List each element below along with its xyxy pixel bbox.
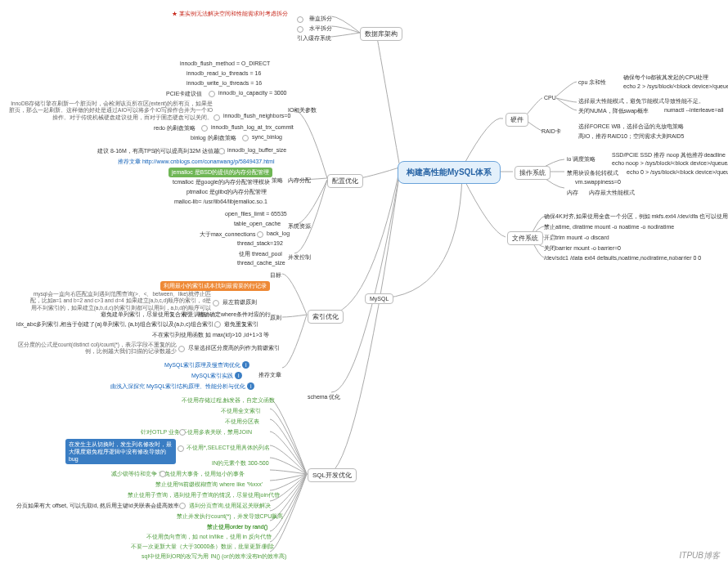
- leaf: PCIE卡建议值: [166, 90, 202, 98]
- leaf: ptmalloc 是glibc的内存分配管理: [186, 188, 267, 196]
- leaf: 选择FORCE WB，选择合适的充放电策略: [578, 123, 684, 131]
- leaf: malloc-lib= /usr/lib64/libjemalloc.so.1: [174, 199, 267, 204]
- branch-arch[interactable]: 数据库架构: [360, 27, 402, 41]
- leaf: 开启trim mount -o discard: [544, 234, 609, 242]
- leaf: innodb_write_io_threads = 16: [186, 80, 262, 86]
- leaf: 引入缓存系统: [297, 34, 331, 42]
- branch-idx[interactable]: 索引优化: [308, 310, 344, 324]
- leaf: sql中使用到OR的改写为用 IN() (or的效率没有in的效率高): [142, 552, 286, 561]
- leaf: 垂直拆分: [309, 15, 332, 23]
- leaf: thread_cache_size: [237, 260, 285, 266]
- leaf: vm.swappiness=0: [575, 179, 621, 185]
- leaf: 内存最大性能模式: [589, 189, 635, 197]
- branch-schema[interactable]: schema 优化: [308, 393, 340, 401]
- leaf: 高IO，推荐RAID10；空间需求大则RAID5: [578, 132, 685, 141]
- mem-tip: 建议 8-16M，有高TPS的可以提高到32M 达值越大: [97, 147, 225, 155]
- leaf: echo noop > /sys/block/<block device>/qu…: [612, 160, 728, 166]
- leaf: 使用 thread_pool: [239, 250, 282, 258]
- leaf: innodb_read_io_threads = 16: [186, 70, 261, 76]
- leaf: redo 的刷盘策略: [154, 124, 195, 132]
- leaf: 选择最大性能模式，避免节能模式导致性能不足。: [578, 97, 704, 105]
- leaf: 不使用存储过程,触发器，自定义函数: [182, 396, 275, 405]
- arch-star: ★ 某实例无法解决空间和性能需求时考虑拆分: [172, 10, 288, 18]
- info-icon: i: [247, 382, 254, 390]
- pill-jemalloc: jemalloc 是BSD的提供的内存分配管理: [169, 168, 272, 177]
- leaf: SSD/PCIE SSD 推荐 noop 其他推荐deadline: [612, 151, 726, 159]
- leaf: tcmalloc 是google的内存分配管理模块: [173, 178, 270, 186]
- leaf: 不要一次更新大量（大于30000条）数据，批量更新/删除: [131, 543, 274, 551]
- sql-note-box: 在发生主从切换时，发生列名修改时，最大限度避免程序逻辑中没有修改导致的bug: [65, 439, 176, 464]
- leaf: 禁止并发执行count(*)，并发导致CPU飙高: [177, 512, 283, 521]
- branch-mysql[interactable]: MySQL: [365, 293, 393, 304]
- leaf: 关闭NUMA，降低swap概率: [578, 107, 649, 115]
- idx-goal[interactable]: 目标: [270, 271, 281, 280]
- leaf: 内存: [567, 189, 578, 197]
- watermark: ITPUB博客: [680, 550, 720, 561]
- branch-fs[interactable]: 文件系统: [507, 231, 543, 245]
- leaf: /dev/sdc1 /data ext4 defaults,noatime,no…: [544, 255, 701, 261]
- leaf: 不使用负向查询，如 not in/like，使用 in 反向代替: [146, 533, 272, 541]
- leaf: 不使用分区表: [225, 418, 259, 426]
- leaf: echo 0 > /sys/block/<block device>/queue…: [627, 169, 728, 175]
- idx-rec[interactable]: 推荐文章: [258, 371, 281, 379]
- leaf: 针对OTLP 业务 不使用多表关联，禁用JOIN: [141, 428, 252, 436]
- leaf: innodb_log_buffer_size: [227, 147, 286, 153]
- leaf: innodb_flush_log_at_trx_commit: [211, 124, 294, 130]
- leaf: 尽量选择区分度高的列作为前缀索引: [188, 344, 280, 352]
- leaf: innodb_flush_neighbors=0: [223, 113, 290, 119]
- leaf: 避免重复索引: [224, 320, 258, 329]
- leaf: 确保每个io都被其发起的CPU处理: [623, 74, 708, 82]
- node-policy[interactable]: 策略: [272, 177, 283, 185]
- branch-hardware[interactable]: 硬件: [506, 113, 528, 127]
- info-icon: i: [242, 361, 249, 369]
- leaf: 禁止使用%前缀模糊查询 where like '%xxx': [155, 481, 263, 489]
- branch-os[interactable]: 操作系统: [515, 166, 550, 180]
- leaf: binlog 的刷盘策略: [191, 134, 236, 142]
- leaf: 不在索引列使用函数 如 max(id)>10 ,id+1>3 等: [152, 331, 269, 339]
- leaf-link[interactable]: MySQL索引原理及慢查询优化i: [164, 361, 249, 369]
- leaf: 最左前缀原则: [222, 298, 257, 306]
- leaf: 禁止atime, diratime mount -o noatime -o no…: [544, 223, 674, 231]
- leaf: innodb_flush_method = O_DIRECT: [180, 60, 270, 66]
- info-icon: i: [235, 372, 242, 379]
- leaf: 禁止使用子查询，遇到使用子查询的情况，尽量使用join代替: [128, 491, 280, 499]
- leaf: open_files_limit = 65535: [225, 211, 287, 217]
- leaf: sync_binlog: [252, 134, 282, 140]
- node-sys[interactable]: 系统资源: [288, 222, 311, 230]
- leaf-link[interactable]: MySQL索引实践i: [191, 372, 242, 380]
- idx-goal-pill: 利用最小的索引成本找到最需要的行记录: [160, 281, 270, 291]
- leaf-link[interactable]: 推荐文章 http://www.cnblogs.com/conanwang/p/…: [118, 158, 274, 166]
- leaf: IN的元素个数 300-500: [212, 459, 269, 467]
- leaf: thread_stack=192: [237, 240, 283, 246]
- leaf: 减少锁等待和竞争 避免使用大事务，使用短小的事务: [111, 470, 245, 478]
- node-cpu-aff: cpu 亲和性: [578, 78, 606, 87]
- node-mem[interactable]: 内存分配: [288, 177, 311, 185]
- sql-pg: 分页如果有大 offset, 可以先取id, 然后用主键id关联表会提高效率: [16, 502, 179, 510]
- leaf: 水平拆分: [309, 25, 332, 33]
- node-cpu[interactable]: CPU: [544, 95, 556, 101]
- node-raid[interactable]: RAID卡: [542, 127, 561, 136]
- idx-principle[interactable]: 原则: [270, 314, 281, 322]
- leaf: numactl --interleave=all: [664, 107, 724, 113]
- io-note: InnoDB存储引擎在刷新一个脏页时，会检测该页所在区(extent)的所有页，…: [8, 101, 213, 121]
- leaf: table_open_cache: [234, 221, 281, 226]
- leaf: 关闭barrier mount -o barrier=0: [544, 244, 621, 253]
- node-io-sched[interactable]: io 调度策略: [567, 155, 595, 163]
- leaf-link[interactable]: 由浅入深探究 MySQL索引结构原理、性能分析与优化i: [110, 382, 254, 391]
- node-conc[interactable]: 并发控制: [288, 253, 311, 262]
- branch-sql[interactable]: SQL开发优化: [308, 468, 357, 482]
- leaf: 确保4K对齐,如果使用全盘一个分区，例如 mkfs.ext4 /dev/dfa …: [544, 212, 728, 221]
- root-node[interactable]: 构建高性能MySQL体系: [398, 161, 501, 184]
- leaf: 不使用*,SELECT使用具体的列名: [186, 444, 270, 452]
- leaf: back_log: [267, 230, 290, 236]
- leaf: echo 2 > /sys/block/<block device>/queue…: [623, 83, 728, 89]
- leaf: 禁止使用order by rand(): [207, 523, 267, 531]
- leaf: idx_abc多列索引,相当于创建了(a)单列索引, (a,b)组合索引以及(a…: [16, 320, 219, 329]
- leaf: 禁用块设备轮转模式: [567, 169, 618, 177]
- node-io[interactable]: IO相关参数: [288, 106, 317, 114]
- leaf: 避免建单列索引，尽量使用复合索引，精确确定where条件对应的行: [101, 311, 271, 319]
- leaf: innodb_io_capacity = 3000: [218, 90, 286, 96]
- leaf: 不使用全文索引: [221, 407, 261, 415]
- idx-note-2: 区分度的公式是count(distinct col)/count(*)，表示字段…: [13, 342, 177, 356]
- branch-cfg[interactable]: 配置优化: [327, 174, 363, 188]
